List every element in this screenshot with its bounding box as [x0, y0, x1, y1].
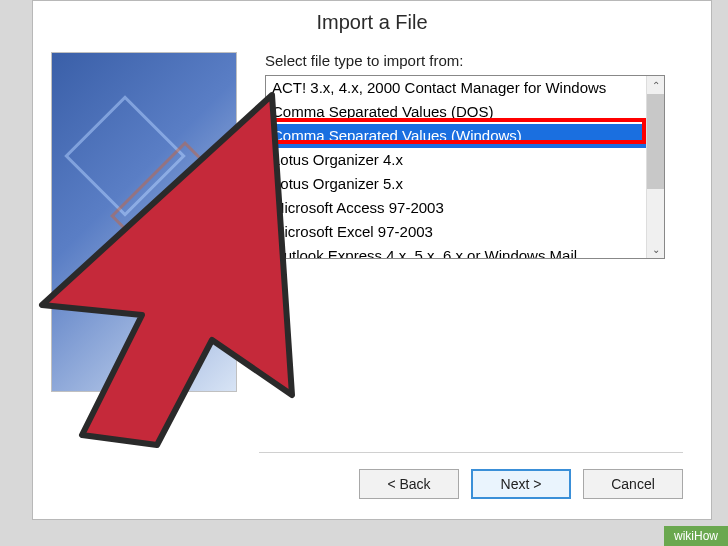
dialog-content: Select file type to import from: ACT! 3.…	[33, 52, 711, 392]
button-separator	[259, 452, 683, 453]
list-item[interactable]: Comma Separated Values (DOS)	[266, 100, 646, 124]
list-item[interactable]: Lotus Organizer 4.x	[266, 148, 646, 172]
list-item[interactable]: ACT! 3.x, 4.x, 2000 Contact Manager for …	[266, 76, 646, 100]
list-item[interactable]: Microsoft Access 97-2003	[266, 196, 646, 220]
scroll-up-icon[interactable]: ⌃	[647, 76, 665, 94]
list-item[interactable]: Microsoft Excel 97-2003	[266, 220, 646, 244]
scroll-down-icon[interactable]: ⌄	[647, 240, 665, 258]
watermark: wikiHow	[664, 526, 728, 546]
file-type-listbox[interactable]: ACT! 3.x, 4.x, 2000 Contact Manager for …	[265, 75, 665, 259]
cancel-button[interactable]: Cancel	[583, 469, 683, 499]
wizard-graphic	[51, 52, 237, 392]
scroll-thumb[interactable]	[647, 94, 664, 189]
list-items-container: ACT! 3.x, 4.x, 2000 Contact Manager for …	[266, 76, 646, 258]
dialog-header: Import a File	[33, 1, 711, 52]
scroll-track[interactable]	[647, 94, 664, 240]
list-item[interactable]: Lotus Organizer 5.x	[266, 172, 646, 196]
list-item-selected[interactable]: Comma Separated Values (Windows)	[266, 124, 646, 148]
prompt-label: Select file type to import from:	[265, 52, 693, 69]
button-row: < Back Next > Cancel	[359, 457, 683, 499]
scrollbar[interactable]: ⌃ ⌄	[646, 76, 664, 258]
next-button[interactable]: Next >	[471, 469, 571, 499]
back-button[interactable]: < Back	[359, 469, 459, 499]
list-item[interactable]: Outlook Express 4.x, 5.x, 6.x or Windows…	[266, 244, 646, 258]
dialog-title: Import a File	[33, 11, 711, 34]
right-pane: Select file type to import from: ACT! 3.…	[265, 52, 693, 392]
import-dialog: Import a File Select file type to import…	[32, 0, 712, 520]
